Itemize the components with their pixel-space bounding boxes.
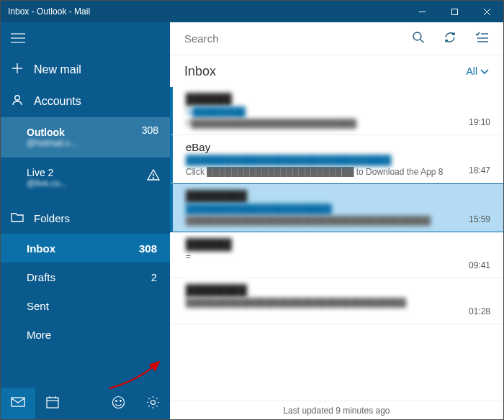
message-sender: ████████ bbox=[186, 284, 490, 296]
svg-point-11 bbox=[153, 178, 153, 178]
search-input[interactable] bbox=[184, 28, 401, 50]
message-item[interactable]: ████████ ██████████████████████ ████████… bbox=[170, 183, 503, 232]
message-preview: ████████████████████████████████████ bbox=[186, 298, 490, 308]
status-bar: Last updated 9 minutes ago bbox=[170, 401, 503, 419]
account-item-outlook[interactable]: Outlook @hotmail.c... 308 bbox=[1, 117, 170, 158]
accounts-header[interactable]: Accounts bbox=[1, 86, 170, 117]
folder-inbox[interactable]: Inbox 308 bbox=[1, 234, 170, 262]
message-preview: = bbox=[186, 252, 490, 262]
sidebar: New mail Accounts Outlook @hotmail.c... … bbox=[1, 22, 170, 419]
svg-rect-12 bbox=[12, 398, 24, 406]
chevron-down-icon bbox=[480, 65, 489, 77]
message-subject: N████████ bbox=[186, 106, 490, 117]
plus-icon bbox=[11, 62, 24, 78]
folder-header: Inbox All bbox=[170, 55, 503, 87]
account-email: @hotmail.c... bbox=[27, 138, 156, 148]
new-mail-button[interactable]: New mail bbox=[1, 54, 170, 86]
message-item[interactable]: eBay ███████████████████████████████ Cli… bbox=[170, 135, 503, 183]
folder-icon bbox=[11, 211, 24, 224]
message-subject: ██████████████████████ bbox=[186, 204, 490, 214]
folder-label: More bbox=[27, 329, 51, 341]
message-time: 01:28 bbox=[469, 306, 490, 316]
mail-app-window: Inbox - Outlook - Mail New mail bbox=[0, 0, 504, 420]
svg-point-23 bbox=[150, 400, 155, 404]
maximize-button[interactable] bbox=[438, 1, 471, 22]
filter-dropdown[interactable]: All bbox=[466, 65, 489, 77]
message-subject: ███████████████████████████████ bbox=[186, 155, 490, 165]
message-item[interactable]: ██████ = 09:41 bbox=[170, 232, 503, 278]
account-item-live2[interactable]: Live 2 @live.co... bbox=[1, 158, 170, 198]
message-list[interactable]: ██████ N████████ F██████████████████████… bbox=[170, 87, 503, 401]
search-button[interactable] bbox=[404, 24, 433, 53]
titlebar: Inbox - Outlook - Mail bbox=[1, 1, 503, 22]
folder-count: 2 bbox=[151, 271, 157, 283]
svg-rect-1 bbox=[452, 9, 458, 14]
window-title: Inbox - Outlook - Mail bbox=[8, 6, 406, 17]
message-item[interactable]: ████████ ███████████████████████████████… bbox=[170, 278, 503, 324]
refresh-icon bbox=[443, 30, 457, 47]
hamburger-button[interactable] bbox=[1, 22, 35, 54]
search-bar bbox=[170, 22, 503, 55]
message-sender: ██████ bbox=[186, 238, 490, 250]
gear-icon bbox=[146, 396, 160, 412]
person-icon bbox=[11, 93, 24, 109]
account-email: @live.co... bbox=[27, 178, 156, 188]
calendar-app-button[interactable] bbox=[35, 388, 70, 419]
folder-title: Inbox bbox=[184, 64, 216, 79]
select-mode-button[interactable] bbox=[467, 24, 496, 53]
close-button[interactable] bbox=[471, 1, 503, 22]
search-icon bbox=[412, 31, 425, 47]
message-sender: eBay bbox=[186, 141, 490, 153]
svg-rect-13 bbox=[47, 398, 58, 408]
status-text: Last updated 9 minutes ago bbox=[283, 406, 390, 416]
folder-label: Drafts bbox=[27, 271, 55, 283]
folder-label: Inbox bbox=[27, 242, 55, 255]
svg-point-21 bbox=[115, 400, 117, 401]
svg-point-22 bbox=[120, 400, 121, 401]
checklist-icon bbox=[474, 32, 489, 46]
folders-label: Folders bbox=[34, 212, 70, 224]
message-time: 18:47 bbox=[469, 165, 490, 175]
calendar-icon bbox=[46, 396, 59, 411]
settings-button[interactable] bbox=[135, 388, 170, 419]
feedback-button[interactable] bbox=[101, 388, 135, 419]
mail-app-button[interactable] bbox=[1, 388, 35, 419]
message-sender: ██████ bbox=[186, 93, 490, 105]
message-item[interactable]: ██████ N████████ F██████████████████████… bbox=[170, 87, 503, 135]
svg-point-20 bbox=[112, 396, 124, 408]
message-time: 09:41 bbox=[469, 260, 490, 270]
folder-drafts[interactable]: Drafts 2 bbox=[1, 262, 170, 291]
account-name: Outlook bbox=[27, 127, 156, 138]
folder-count: 308 bbox=[139, 242, 157, 255]
alert-icon bbox=[147, 169, 160, 183]
folders-header[interactable]: Folders bbox=[1, 202, 170, 234]
folder-sent[interactable]: Sent bbox=[1, 291, 170, 320]
smiley-icon bbox=[112, 396, 125, 412]
message-preview: Click ████████████████████████ to Downlo… bbox=[186, 167, 490, 177]
message-pane: Inbox All ██████ N████████ F████████████… bbox=[170, 22, 503, 419]
folder-more[interactable]: More bbox=[1, 320, 170, 349]
account-count: 308 bbox=[142, 124, 158, 136]
new-mail-label: New mail bbox=[34, 63, 81, 76]
minimize-button[interactable] bbox=[406, 1, 438, 22]
message-time: 15:59 bbox=[469, 214, 490, 224]
message-time: 19:10 bbox=[469, 117, 490, 127]
sync-button[interactable] bbox=[436, 24, 464, 53]
svg-point-24 bbox=[413, 32, 421, 40]
mail-icon bbox=[11, 397, 25, 410]
message-sender: ████████ bbox=[186, 190, 490, 202]
svg-line-25 bbox=[420, 40, 424, 43]
sidebar-bottom-bar bbox=[1, 388, 170, 419]
account-name: Live 2 bbox=[27, 167, 156, 178]
folder-label: Sent bbox=[27, 300, 49, 312]
message-preview: F███████████████████████████ bbox=[186, 119, 490, 129]
filter-label: All bbox=[466, 65, 477, 77]
message-preview: ████████████████████████████████████████ bbox=[186, 216, 490, 226]
accounts-label: Accounts bbox=[34, 95, 81, 108]
svg-point-9 bbox=[15, 96, 19, 100]
